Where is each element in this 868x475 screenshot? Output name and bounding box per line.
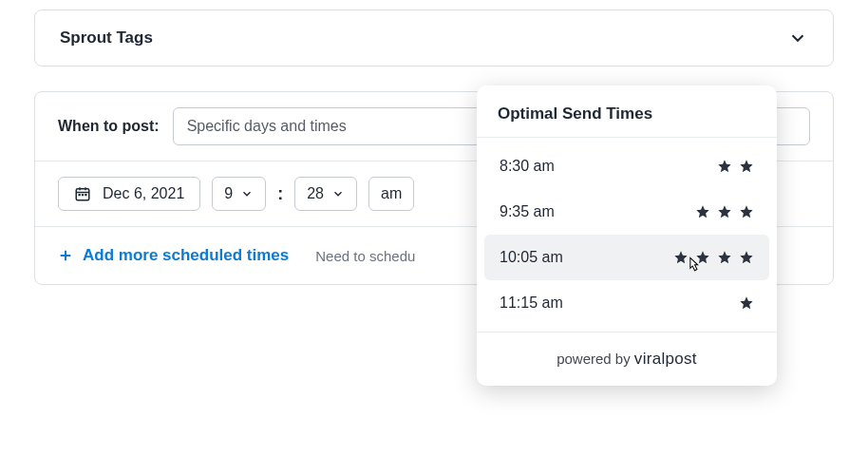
minute-select[interactable]: 28	[294, 177, 357, 211]
star-rating	[673, 250, 754, 265]
svg-rect-6	[85, 194, 86, 196]
star-icon	[673, 250, 689, 265]
optimal-time-row[interactable]: 11:15 am	[484, 280, 769, 326]
optimal-send-times-popover: Optimal Send Times 8:30 am9:35 am10:05 a…	[477, 86, 777, 386]
svg-marker-10	[740, 160, 752, 172]
hour-select[interactable]: 9	[212, 177, 266, 211]
svg-marker-14	[674, 251, 687, 263]
plus-icon	[58, 248, 73, 263]
star-rating	[739, 295, 754, 311]
minute-value: 28	[307, 185, 324, 202]
svg-marker-13	[740, 205, 752, 218]
calendar-icon	[74, 185, 91, 202]
date-picker[interactable]: Dec 6, 2021	[58, 177, 200, 211]
star-rating	[695, 204, 754, 219]
star-icon	[739, 295, 754, 311]
hour-value: 9	[224, 185, 233, 202]
schedule-hint: Need to schedu	[315, 248, 415, 264]
optimal-time-value: 9:35 am	[500, 203, 555, 220]
optimal-time-row[interactable]: 9:35 am	[484, 189, 769, 235]
svg-marker-12	[718, 205, 730, 218]
svg-marker-15	[696, 251, 708, 263]
powered-by-prefix: powered by	[557, 351, 631, 367]
popover-title: Optimal Send Times	[477, 86, 777, 138]
star-icon	[695, 250, 710, 265]
date-value: Dec 6, 2021	[103, 185, 184, 202]
optimal-times-list: 8:30 am9:35 am10:05 am11:15 am	[477, 138, 777, 332]
star-icon	[739, 159, 754, 174]
ampm-value: am	[381, 185, 402, 202]
optimal-time-value: 8:30 am	[500, 158, 555, 175]
star-icon	[739, 204, 754, 219]
sprout-tags-section[interactable]: Sprout Tags	[34, 10, 834, 66]
svg-marker-9	[718, 160, 730, 172]
star-icon	[717, 204, 732, 219]
add-more-label: Add more scheduled times	[83, 246, 289, 265]
optimal-time-value: 10:05 am	[500, 249, 563, 266]
svg-rect-4	[79, 194, 81, 196]
when-to-post-label: When to post:	[58, 118, 160, 135]
chevron-down-icon	[787, 28, 808, 48]
add-more-scheduled-times-button[interactable]: Add more scheduled times	[58, 246, 289, 265]
popover-footer: powered by viralpost	[477, 332, 777, 386]
optimal-time-row[interactable]: 10:05 am	[484, 235, 769, 280]
chevron-down-icon	[240, 187, 254, 200]
svg-marker-16	[718, 251, 730, 263]
star-icon	[717, 159, 732, 174]
svg-marker-17	[740, 251, 752, 263]
time-separator: :	[277, 184, 283, 204]
svg-marker-18	[740, 296, 752, 309]
optimal-time-value: 11:15 am	[500, 294, 563, 312]
schedule-mode-value: Specific days and times	[187, 118, 347, 134]
sprout-tags-label: Sprout Tags	[60, 28, 153, 48]
ampm-select[interactable]: am	[368, 177, 414, 211]
star-icon	[695, 204, 710, 219]
star-icon	[739, 250, 754, 265]
svg-marker-11	[696, 205, 708, 218]
viralpost-brand: viralpost	[634, 350, 697, 368]
optimal-time-row[interactable]: 8:30 am	[484, 143, 769, 189]
chevron-down-icon	[331, 187, 345, 200]
svg-rect-5	[82, 194, 84, 196]
star-rating	[717, 159, 754, 174]
star-icon	[717, 250, 732, 265]
